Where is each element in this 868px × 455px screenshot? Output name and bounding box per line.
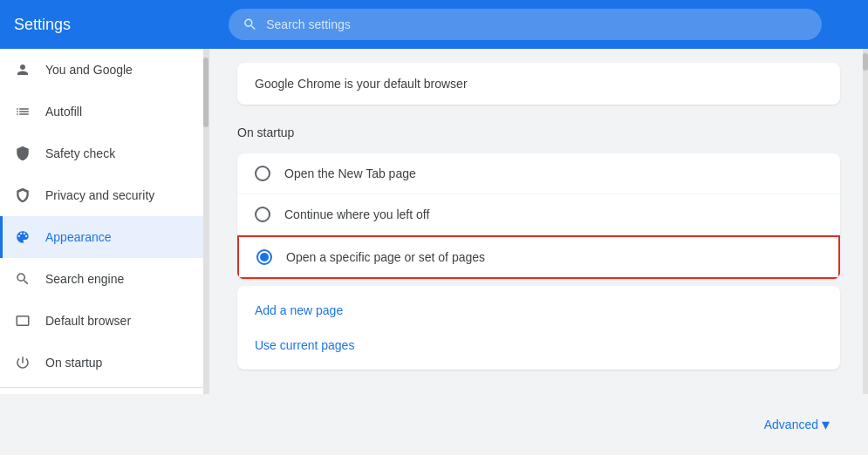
advanced-button[interactable]: Advanced ▾	[754, 408, 840, 441]
sidebar-item-on-startup[interactable]: On startup	[0, 342, 208, 384]
privacy-security-icon	[14, 187, 31, 204]
add-new-page-button[interactable]: Add a new page	[237, 293, 840, 328]
on-startup-icon	[14, 354, 31, 371]
advanced-button-label: Advanced	[764, 418, 818, 431]
sidebar-label-search-engine: Search engine	[45, 272, 124, 286]
on-startup-title: On startup	[237, 126, 840, 139]
appearance-icon	[14, 228, 31, 246]
sidebar-item-safety-check[interactable]: Safety check	[0, 132, 208, 174]
search-input[interactable]	[266, 17, 808, 31]
sidebar-item-appearance[interactable]: Appearance	[0, 216, 208, 258]
safety-check-icon	[14, 145, 31, 162]
sidebar-item-default-browser[interactable]: Default browser	[0, 300, 208, 342]
main-scrollbar[interactable]	[863, 49, 868, 394]
use-current-pages-button[interactable]: Use current pages	[237, 328, 840, 363]
sidebar-item-search-engine[interactable]: Search engine	[0, 258, 208, 300]
sidebar-label-default-browser: Default browser	[45, 314, 131, 328]
search-engine-icon	[14, 270, 31, 288]
sidebar-label-privacy-security: Privacy and security	[45, 188, 154, 202]
option-new-tab[interactable]: Open the New Tab page	[237, 153, 840, 194]
sidebar-label-on-startup: On startup	[45, 356, 102, 370]
search-icon	[243, 17, 257, 32]
default-browser-text: Google Chrome is your default browser	[255, 77, 468, 91]
link-options-card: Add a new page Use current pages	[237, 286, 840, 370]
sidebar-advanced-section[interactable]: Advanced ▾	[0, 391, 208, 394]
search-bar[interactable]	[229, 9, 822, 40]
radio-specific-page[interactable]	[256, 249, 272, 265]
sidebar-label-safety-check: Safety check	[45, 146, 115, 160]
main-content: Google Chrome is your default browser On…	[209, 49, 868, 394]
sidebar: You and Google Autofill Safety check Pri…	[0, 49, 209, 394]
main-scrollbar-thumb	[863, 53, 868, 71]
chevron-down-icon-bottom: ▾	[822, 415, 830, 434]
sidebar-item-privacy-security[interactable]: Privacy and security	[0, 174, 208, 216]
person-icon	[14, 61, 31, 78]
startup-options-card: Open the New Tab page Continue where you…	[237, 153, 840, 279]
sidebar-scrollbar[interactable]	[203, 49, 208, 394]
sidebar-item-you-google[interactable]: You and Google	[0, 49, 208, 91]
option-continue-label: Continue where you left off	[284, 207, 429, 221]
sidebar-scrollbar-thumb	[203, 58, 208, 127]
sidebar-label-appearance: Appearance	[45, 230, 112, 244]
option-specific-page-label: Open a specific page or set of pages	[286, 250, 485, 264]
sidebar-label-autofill: Autofill	[45, 105, 82, 119]
sidebar-item-autofill[interactable]: Autofill	[0, 91, 208, 132]
radio-continue[interactable]	[255, 207, 270, 222]
sidebar-divider	[0, 387, 208, 388]
option-specific-page[interactable]: Open a specific page or set of pages	[237, 235, 840, 279]
settings-title: Settings	[14, 16, 215, 34]
radio-new-tab[interactable]	[255, 166, 270, 181]
layout: You and Google Autofill Safety check Pri…	[0, 49, 868, 394]
autofill-icon	[14, 103, 31, 120]
header: Settings	[0, 0, 868, 49]
default-browser-banner: Google Chrome is your default browser	[237, 63, 840, 105]
default-browser-icon	[14, 312, 31, 329]
option-new-tab-label: Open the New Tab page	[284, 166, 416, 180]
option-continue[interactable]: Continue where you left off	[237, 194, 840, 235]
bottom-bar: Advanced ▾	[0, 394, 868, 455]
sidebar-label-you-google: You and Google	[45, 63, 133, 77]
